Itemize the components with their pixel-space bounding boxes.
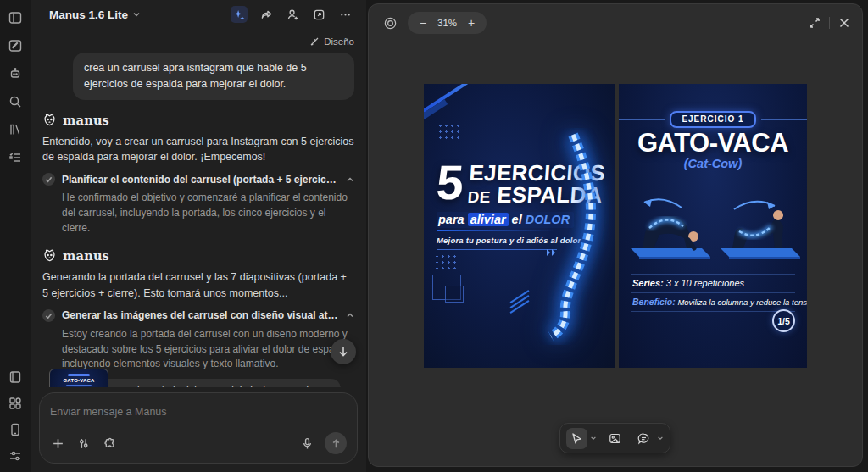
send-button[interactable] [325, 432, 347, 454]
task-check-icon [42, 173, 55, 186]
cursor-tool-group[interactable] [566, 428, 597, 449]
agent-header: manus [42, 113, 354, 127]
tasks-icon[interactable] [8, 150, 23, 165]
agents-icon[interactable] [8, 66, 23, 81]
attachment-zone: la portada del carrusel de Instagram sob… [42, 375, 354, 387]
cover-number: 5 [435, 162, 465, 206]
rail-bottom-group [8, 369, 23, 464]
task-label: Generar las imágenes del carrusel con di… [62, 309, 339, 321]
canvas: 5 EJERCICIOS DE ESPALDA para aliviar el … [369, 84, 862, 368]
comment-tool-group[interactable] [633, 428, 664, 449]
benefit-row: Beneficio: Moviliza la columna y reduce … [631, 293, 795, 311]
sparkle-icon[interactable] [231, 6, 248, 23]
design-icon [309, 36, 320, 47]
divider-line [631, 311, 795, 312]
agent-message: Generando la portada del carrusel y las … [42, 269, 354, 302]
slide-exercise-1[interactable]: EJERCICIO 1 GATO-VACA (Cat-Cow) [619, 84, 807, 368]
slide-cover[interactable]: 5 EJERCICIOS DE ESPALDA para aliviar el … [424, 84, 615, 368]
apps-grid-icon[interactable] [8, 396, 23, 411]
exercise-title: GATO-VACA [619, 128, 807, 158]
agent-block: manus Generando la portada del carrusel … [42, 248, 354, 372]
library-icon[interactable] [8, 122, 23, 137]
arrow-down-icon [337, 346, 349, 358]
agent-name: manus [63, 113, 109, 127]
page-indicator: 1/5 [772, 309, 795, 332]
arrow-up-icon [331, 438, 342, 449]
close-icon[interactable] [837, 15, 852, 31]
composer-toolbar [50, 432, 347, 454]
exercise-badge-row: EJERCICIO 1 [619, 111, 807, 128]
design-label: Diseño [324, 36, 354, 47]
share-icon[interactable] [259, 8, 274, 22]
task-row[interactable]: Planificar el contenido del carrusel (po… [42, 173, 354, 186]
scroll-to-bottom-button[interactable] [331, 339, 356, 364]
more-icon[interactable] [338, 8, 353, 22]
thumb-subtitle-line [66, 385, 92, 386]
rail-top-group [8, 10, 23, 165]
exercise-subtitle: (Cat-Cow) [684, 157, 742, 170]
invite-user-icon[interactable] [286, 8, 300, 22]
spine-illustration [526, 128, 609, 345]
chevron-down-icon[interactable] [657, 435, 664, 441]
target-icon[interactable] [379, 12, 401, 34]
comment-tool-icon[interactable] [633, 428, 654, 449]
settings-sliders-icon[interactable] [8, 448, 23, 464]
icon-rail [0, 0, 31, 472]
model-selector[interactable]: Manus 1.6 Lite [49, 8, 141, 21]
expand-icon[interactable] [807, 15, 822, 31]
task-row[interactable]: Generar las imágenes del carrusel con di… [42, 309, 354, 322]
puzzle-icon[interactable] [101, 436, 116, 451]
agent-message: Entendido, voy a crear un carrusel para … [42, 134, 354, 166]
chevron-down-icon[interactable] [590, 435, 597, 441]
chat-panel: Manus 1.6 Lite Diseño crea un carrusel a… [31, 0, 366, 472]
model-name: Manus 1.6 Lite [49, 8, 128, 21]
attachment-thumbnail[interactable]: GATO-VACA [49, 369, 108, 387]
zoom-level: 31% [437, 18, 457, 28]
manus-logo-icon [42, 248, 57, 263]
device-icon[interactable] [8, 422, 23, 437]
design-canvas-card: − 31% + 5 [368, 3, 863, 467]
docs-icon[interactable] [8, 369, 23, 385]
export-icon[interactable] [312, 8, 326, 22]
canvas-tools [559, 423, 670, 453]
app-window: Manus 1.6 Lite Diseño crea un carrusel a… [0, 0, 868, 472]
exercise-badge: EJERCICIO 1 [670, 111, 755, 128]
chevron-up-icon[interactable] [346, 311, 354, 319]
header-actions [231, 6, 353, 23]
agent-name: manus [63, 248, 109, 263]
tune-icon[interactable] [75, 436, 91, 451]
user-message: crea un carrusel apra isntagram que habl… [73, 53, 354, 100]
thumb-title: GATO-VACA [50, 378, 108, 383]
search-icon[interactable] [8, 94, 23, 109]
manus-logo-icon [42, 113, 57, 127]
task-check-icon [42, 309, 55, 322]
zoom-control: − 31% + [408, 12, 487, 34]
thumb-badge [68, 374, 90, 376]
preview-toolbar: − 31% + [369, 4, 862, 42]
chevron-up-icon[interactable] [346, 175, 354, 184]
microphone-icon[interactable] [299, 436, 314, 451]
cursor-tool-icon[interactable] [566, 428, 587, 449]
series-row: Series: 3 x 10 repeticiones [631, 275, 795, 292]
design-mode-chip[interactable]: Diseño [42, 36, 354, 47]
chevron-down-icon [132, 10, 141, 19]
exercise-subtitle-row: (Cat-Cow) [619, 157, 807, 170]
sidebar-toggle-icon[interactable] [8, 10, 23, 25]
toolbar-divider [829, 17, 830, 29]
chat-messages: Diseño crea un carrusel apra isntagram q… [31, 29, 366, 387]
task-label: Planificar el contenido del carrusel (po… [62, 174, 339, 186]
attachment-caption: la portada del carrusel de Instagram sob… [137, 384, 341, 388]
plus-icon[interactable] [50, 436, 65, 451]
exercise-info: Series: 3 x 10 repeticiones Beneficio: M… [631, 274, 795, 312]
task-detail: Estoy creando la portada del carrusel co… [62, 327, 354, 372]
cat-cow-illustration [626, 189, 800, 262]
image-tool-icon[interactable] [604, 428, 626, 449]
preview-panel: − 31% + 5 [366, 0, 868, 472]
zoom-in-button[interactable]: + [466, 17, 476, 29]
square-outline-decoration [432, 275, 476, 310]
message-input[interactable] [50, 406, 347, 418]
zoom-out-button[interactable]: − [418, 17, 428, 29]
dot-grid-decoration [434, 253, 459, 271]
agent-header: manus [42, 248, 354, 263]
compose-icon[interactable] [8, 38, 23, 53]
